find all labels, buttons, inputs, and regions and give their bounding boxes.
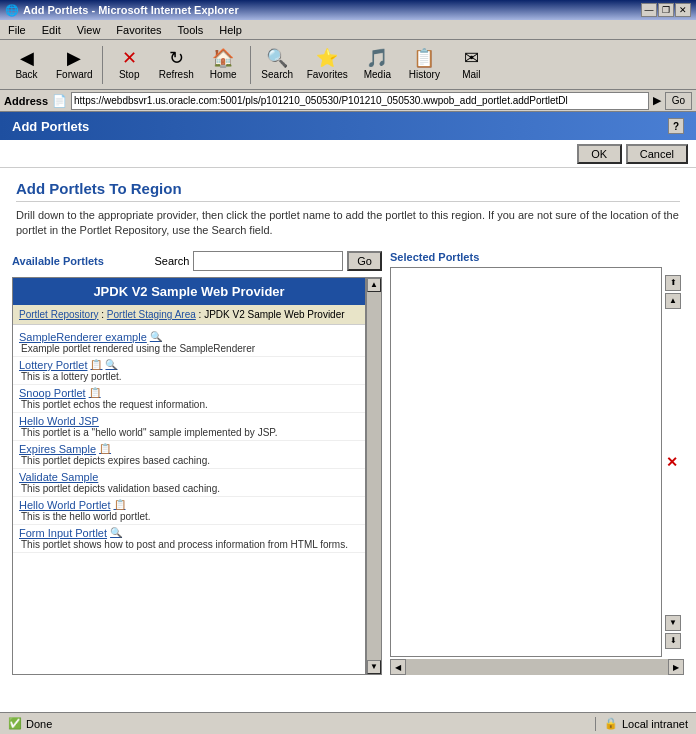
mail-label: Mail [462, 69, 480, 80]
forward-icon: ▶ [67, 49, 81, 67]
menu-help[interactable]: Help [211, 22, 250, 38]
back-button[interactable]: ◀ Back [4, 43, 49, 87]
horizontal-scrollbar[interactable]: ◀ ▶ [390, 659, 684, 675]
portlet-item-desc: Example portlet rendered using the Sampl… [19, 343, 359, 354]
selected-portlets-label: Selected Portlets [390, 251, 684, 263]
edit-icon: 📋 [89, 387, 101, 398]
minimize-button[interactable]: — [641, 3, 657, 17]
portlet-item: SampleRenderer example 🔍Example portlet … [13, 329, 365, 357]
stop-label: Stop [119, 69, 140, 80]
status-bar: ✅ Done 🔒 Local intranet [0, 712, 696, 734]
portlet-item-name[interactable]: Expires Sample 📋 [19, 443, 359, 455]
media-icon: 🎵 [366, 49, 388, 67]
h-scroll-left[interactable]: ◀ [390, 659, 406, 675]
ie-content: Add Portlets ? OK Cancel Add Portlets To… [0, 112, 696, 712]
portlet-item-name[interactable]: Snoop Portlet 📋 [19, 387, 359, 399]
menu-edit[interactable]: Edit [34, 22, 69, 38]
vertical-scrollbar[interactable]: ▲ ▼ [366, 277, 382, 675]
title-bar-controls: — ❐ ✕ [641, 3, 691, 17]
panels-container: Available Portlets Search Go JPDK V2 Sam… [0, 243, 696, 683]
close-button[interactable]: ✕ [675, 3, 691, 17]
portlet-list-container: JPDK V2 Sample Web Provider Portlet Repo… [12, 277, 366, 675]
back-icon: ◀ [20, 49, 34, 67]
portlet-item: Lottery Portlet 📋 🔍This is a lottery por… [13, 357, 365, 385]
available-portlets-label: Available Portlets [12, 255, 104, 267]
section-description: Drill down to the appropriate provider, … [16, 208, 680, 239]
menu-file[interactable]: File [0, 22, 34, 38]
h-scroll-right[interactable]: ▶ [668, 659, 684, 675]
portlet-item-desc: This is a lottery portlet. [19, 371, 359, 382]
refresh-button[interactable]: ↻ Refresh [154, 43, 199, 87]
move-up-button[interactable]: ▲ [665, 293, 681, 309]
move-down-button[interactable]: ▼ [665, 615, 681, 631]
stop-button[interactable]: ✕ Stop [107, 43, 152, 87]
menu-tools[interactable]: Tools [170, 22, 212, 38]
history-button[interactable]: 📋 History [402, 43, 447, 87]
address-input[interactable] [71, 92, 649, 110]
search-button[interactable]: 🔍 Search [255, 43, 300, 87]
portlet-item-name[interactable]: Validate Sample [19, 471, 359, 483]
cancel-button[interactable]: Cancel [626, 144, 688, 164]
search-go-button[interactable]: Go [347, 251, 382, 271]
portlet-list-wrapper: JPDK V2 Sample Web Provider Portlet Repo… [12, 277, 382, 675]
status-text: Done [26, 718, 52, 730]
restore-button[interactable]: ❐ [658, 3, 674, 17]
ok-button[interactable]: OK [577, 144, 622, 164]
breadcrumb-link-staging[interactable]: Portlet Staging Area [107, 309, 196, 320]
page-header: Add Portlets ? [0, 112, 696, 140]
portlet-item-name[interactable]: Form Input Portlet 🔍 [19, 527, 359, 539]
forward-button[interactable]: ▶ Forward [51, 43, 98, 87]
home-button[interactable]: 🏠 Home [201, 43, 246, 87]
portlet-item: Hello World JSPThis portlet is a "hello … [13, 413, 365, 441]
selected-portlets-wrapper: ⬆ ▲ ✕ ▼ ⬇ [390, 267, 684, 657]
search-text-label: Search [154, 255, 189, 267]
info-icon: 🔍 [110, 527, 122, 538]
move-down-bottom-button[interactable]: ⬇ [665, 633, 681, 649]
refresh-icon: ↻ [169, 49, 184, 67]
status-left: ✅ Done [8, 717, 587, 730]
search-row: Available Portlets Search Go [12, 251, 382, 271]
portlet-list-header: JPDK V2 Sample Web Provider [13, 278, 365, 305]
scroll-track [367, 292, 381, 660]
menu-favorites[interactable]: Favorites [108, 22, 169, 38]
menu-view[interactable]: View [69, 22, 109, 38]
right-panel: Selected Portlets ⬆ ▲ ✕ ▼ ⬇ [390, 251, 684, 675]
favorites-icon: ⭐ [316, 49, 338, 67]
delete-button[interactable]: ✕ [664, 454, 680, 470]
move-up-top-button[interactable]: ⬆ [665, 275, 681, 291]
h-scroll-track [406, 659, 668, 675]
title-bar: 🌐 Add Portlets - Microsoft Internet Expl… [0, 0, 696, 20]
search-input[interactable] [193, 251, 343, 271]
favorites-label: Favorites [307, 69, 348, 80]
portlet-item-name[interactable]: Hello World JSP [19, 415, 359, 427]
stop-icon: ✕ [122, 49, 137, 67]
edit-icon: 📋 [99, 443, 111, 454]
scroll-up-button[interactable]: ▲ [367, 278, 381, 292]
home-icon: 🏠 [212, 49, 234, 67]
help-button[interactable]: ? [668, 118, 684, 134]
info-icon: 🔍 [105, 359, 117, 370]
portlet-item-name[interactable]: Hello World Portlet 📋 [19, 499, 359, 511]
go-button[interactable]: Go [665, 92, 692, 110]
mail-icon: ✉ [464, 49, 479, 67]
scroll-down-button[interactable]: ▼ [367, 660, 381, 674]
portlet-item: Hello World Portlet 📋This is the hello w… [13, 497, 365, 525]
portlet-item: Form Input Portlet 🔍This portlet shows h… [13, 525, 365, 553]
portlet-item-name[interactable]: SampleRenderer example 🔍 [19, 331, 359, 343]
breadcrumb-link-repo[interactable]: Portlet Repository [19, 309, 98, 320]
portlet-item: Validate SampleThis portlet depicts vali… [13, 469, 365, 497]
media-button[interactable]: 🎵 Media [355, 43, 400, 87]
section-title-area: Add Portlets To Region Drill down to the… [0, 168, 696, 243]
portlet-item-desc: This portlet depicts expires based cachi… [19, 455, 359, 466]
bottom-arrows: ▼ ⬇ [664, 615, 682, 649]
edit-icon: 📋 [114, 499, 126, 510]
go-arrow-icon: ▶ [653, 94, 661, 107]
favorites-button[interactable]: ⭐ Favorites [302, 43, 353, 87]
breadcrumb-current: JPDK V2 Sample Web Provider [204, 309, 344, 320]
address-bar: Address 📄 ▶ Go [0, 90, 696, 112]
mail-button[interactable]: ✉ Mail [449, 43, 494, 87]
status-divider [595, 717, 596, 731]
search-label: Search [261, 69, 293, 80]
portlet-item-name[interactable]: Lottery Portlet 📋 🔍 [19, 359, 359, 371]
home-label: Home [210, 69, 237, 80]
